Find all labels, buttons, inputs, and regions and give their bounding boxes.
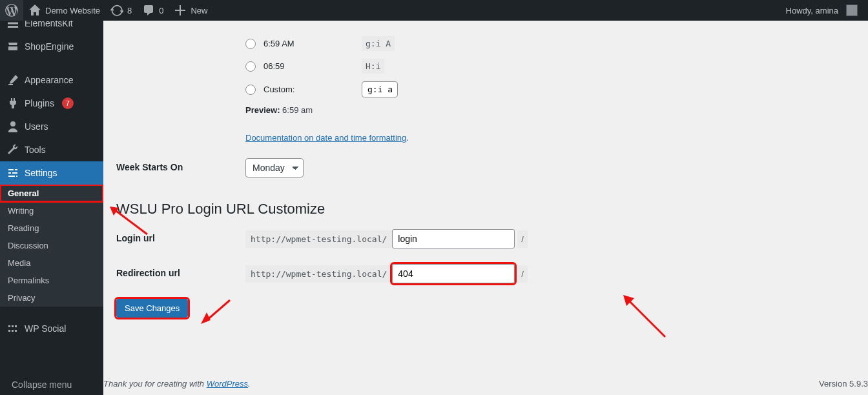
brush-icon [6,74,19,86]
new-text: New [191,6,207,15]
redirect-url-suffix: / [517,265,528,283]
sub-item-label: Reading [8,223,39,233]
sidebar-item-wpsocial[interactable]: WP Social [0,317,103,340]
adminbar: Demo Website 8 0 New Howdy, amina [0,0,868,21]
howdy-text: Howdy, amina [786,6,838,15]
time-option-label: 6:59 AM [264,39,354,48]
share-icon [6,322,19,335]
howdy-link[interactable]: Howdy, amina [781,0,863,21]
update-icon [110,4,123,17]
home-icon [28,4,41,17]
svg-line-1 [114,209,147,234]
sidebar-item-label: Appearance [25,75,74,85]
sub-item-label: Media [8,258,30,268]
sidebar-item-label: Settings [25,168,57,178]
time-custom-input[interactable] [362,81,398,97]
comment-icon [142,4,155,17]
sliders-icon [6,167,19,179]
plugins-badge: 7 [62,97,74,109]
sub-item-permalinks[interactable]: Permalinks [0,272,103,289]
comments-link[interactable]: 0 [137,0,169,21]
footer-thanks-suffix: . [248,379,251,389]
site-name-link[interactable]: Demo Website [23,0,105,21]
user-icon [6,120,19,133]
annotation-arrow-redirect [620,292,672,343]
content-area: 6:59 AM g:i A 06:59 H:i Custom: Preview:… [103,21,868,395]
sub-item-media[interactable]: Media [0,254,103,272]
sidebar-item-label: Users [25,121,48,132]
plus-icon [174,4,187,17]
sub-item-label: Privacy [8,293,36,303]
sidebar-item-label: WP Social [25,323,66,334]
admin-sidebar: ElementsKit ShopEngine Appearance Plugin… [0,21,103,395]
preview-value: 6:59 am [282,105,313,115]
settings-submenu: General Writing Reading Discussion Media… [0,185,103,307]
sub-item-label: Permalinks [8,276,49,285]
site-name-text: Demo Website [45,6,100,15]
annotation-arrow-save [199,297,234,326]
save-button[interactable]: Save Changes [116,299,188,318]
sidebar-item-appearance[interactable]: Appearance [0,68,103,92]
sidebar-item-settings[interactable]: Settings [0,161,103,185]
sidebar-item-users[interactable]: Users [0,115,103,138]
collapse-menu[interactable]: Collapse menu [0,374,103,395]
sub-item-label: General [8,188,39,198]
footer-wp-link[interactable]: WordPress [207,379,248,389]
redirect-url-prefix: http://wpmet-testing.local/ [245,265,392,283]
time-radio-Hi[interactable] [245,61,256,72]
avatar [846,5,858,16]
collapse-label: Collapse menu [12,380,72,390]
time-format-code: H:i [362,59,384,74]
sidebar-item-tools[interactable]: Tools [0,138,103,161]
svg-line-5 [628,299,665,337]
sub-item-label: Discussion [8,241,48,250]
time-option-label: Custom: [264,85,354,94]
svg-marker-4 [201,312,211,324]
time-format-code: g:i A [362,36,395,51]
wp-logo[interactable] [0,0,23,21]
new-link[interactable]: New [169,0,212,21]
redirect-url-input[interactable] [392,264,515,283]
footer: Thank you for creating with WordPress. V… [103,372,868,395]
sub-item-writing[interactable]: Writing [0,202,103,219]
footer-version: Version 5.9.3 [819,379,868,389]
login-url-input[interactable] [392,229,515,248]
time-radio-gia[interactable] [245,39,256,49]
doc-link[interactable]: Documentation on date and time formattin… [245,133,406,143]
week-starts-select[interactable]: Monday [245,158,304,177]
footer-thanks-prefix: Thank you for creating with [103,379,207,389]
sidebar-item-plugins[interactable]: Plugins 7 [0,92,103,115]
annotation-arrow-general [108,205,154,238]
sidebar-item-label: ShopEngine [25,41,74,52]
plug-icon [6,97,19,110]
wordpress-icon [5,4,18,17]
sub-item-label: Writing [8,206,34,216]
sub-item-reading[interactable]: Reading [0,219,103,237]
sub-item-general[interactable]: General [0,185,103,202]
sidebar-item-label: Plugins [25,98,54,108]
updates-count: 8 [127,6,132,15]
sub-item-privacy[interactable]: Privacy [0,289,103,307]
section-title: WSLU Pro Login URL Customize [116,201,855,218]
preview-label: Preview: [245,105,280,115]
sidebar-item-label: Tools [25,145,46,155]
comments-count: 0 [159,6,163,15]
week-starts-label: Week Starts On [116,150,245,185]
shopengine-icon [6,40,19,53]
redirect-url-label: Redirection url [116,256,245,291]
wrench-icon [6,143,19,156]
login-url-prefix: http://wpmet-testing.local/ [245,230,392,248]
sub-item-discussion[interactable]: Discussion [0,237,103,254]
updates-link[interactable]: 8 [105,0,137,21]
time-option-label: 06:59 [264,61,354,71]
sidebar-item-shopengine[interactable]: ShopEngine [0,35,103,58]
login-url-suffix: / [517,230,528,248]
time-radio-custom[interactable] [245,85,256,95]
